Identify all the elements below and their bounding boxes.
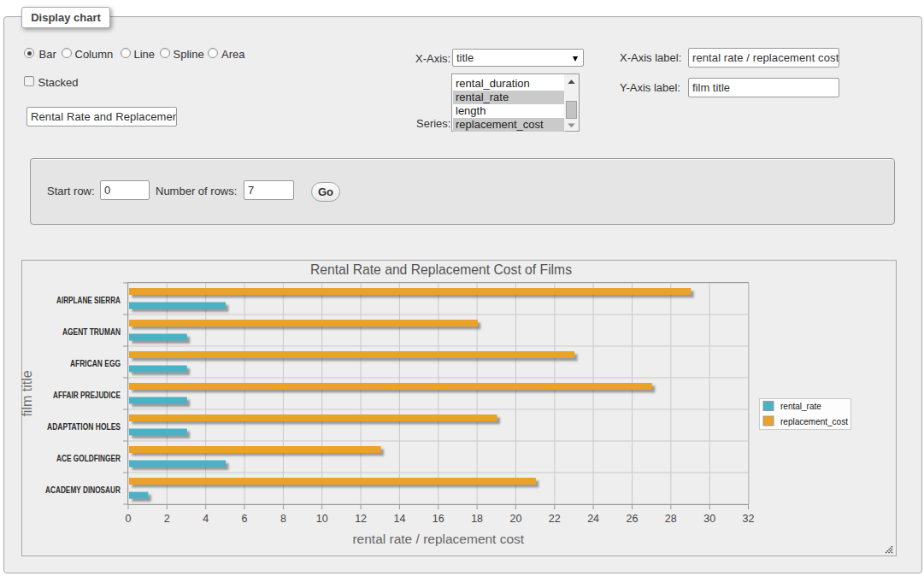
- svg-text:AFFAIR PREJUDICE: AFFAIR PREJUDICE: [53, 391, 121, 400]
- svg-text:film title: film title: [21, 370, 34, 416]
- svg-text:8: 8: [280, 513, 286, 525]
- svg-text:16: 16: [433, 513, 444, 525]
- svg-text:2: 2: [164, 513, 170, 525]
- svg-text:32: 32: [743, 513, 755, 525]
- svg-text:AIRPLANE SIERRA: AIRPLANE SIERRA: [56, 296, 121, 305]
- svg-text:AFRICAN EGG: AFRICAN EGG: [70, 359, 121, 368]
- svg-text:ACE GOLDFINGER: ACE GOLDFINGER: [56, 454, 121, 463]
- svg-text:rental_rate: rental_rate: [780, 402, 821, 411]
- svg-text:12: 12: [355, 513, 367, 525]
- svg-text:10: 10: [316, 513, 328, 525]
- svg-text:26: 26: [627, 513, 639, 525]
- svg-text:AGENT TRUMAN: AGENT TRUMAN: [62, 327, 121, 337]
- svg-text:4: 4: [203, 513, 209, 525]
- svg-text:30: 30: [703, 513, 715, 525]
- svg-text:6: 6: [242, 513, 248, 525]
- svg-text:ACADEMY DINOSAUR: ACADEMY DINOSAUR: [45, 485, 121, 495]
- svg-text:28: 28: [665, 513, 677, 525]
- svg-text:0: 0: [126, 513, 132, 525]
- svg-text:24: 24: [587, 513, 599, 525]
- svg-text:22: 22: [549, 513, 561, 525]
- svg-text:replacement_cost: replacement_cost: [780, 417, 848, 426]
- svg-text:Rental Rate and Replacement Co: Rental Rate and Replacement Cost of Film…: [310, 262, 572, 277]
- svg-text:ADAPTATION HOLES: ADAPTATION HOLES: [47, 422, 121, 432]
- svg-text:rental rate / replacement cost: rental rate / replacement cost: [352, 532, 524, 546]
- svg-text:18: 18: [471, 513, 483, 525]
- svg-text:20: 20: [509, 513, 521, 525]
- svg-text:14: 14: [393, 513, 405, 525]
